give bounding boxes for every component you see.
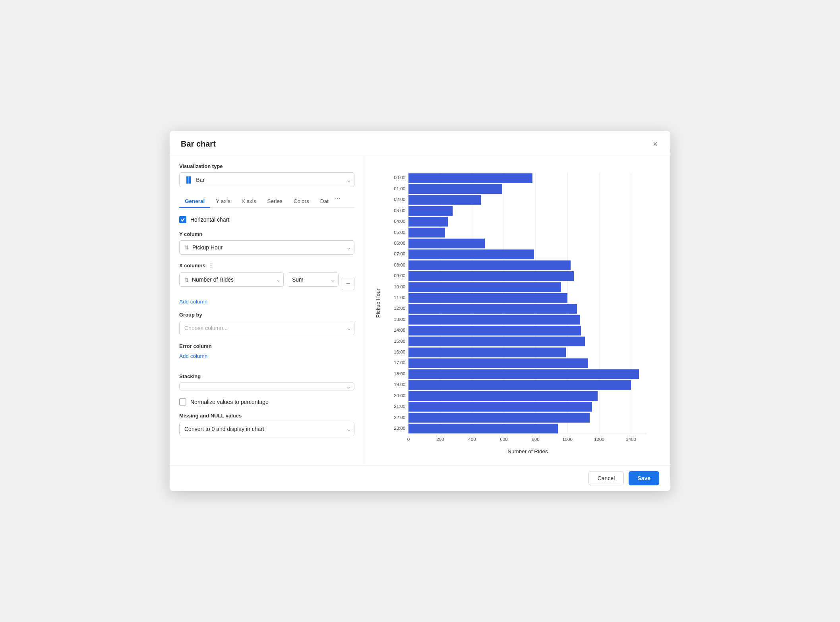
checkmark-icon — [180, 217, 185, 222]
tabs-row: General Y axis X axis Series Colors Dat … — [179, 195, 354, 208]
svg-text:13:00: 13:00 — [394, 317, 405, 322]
error-column-label: Error column — [179, 343, 354, 349]
svg-text:18:00: 18:00 — [394, 371, 405, 376]
save-button[interactable]: Save — [629, 471, 659, 485]
group-by-select[interactable]: Choose column... — [179, 321, 354, 335]
bar-chart-modal: Bar chart × Visualization type ▐▌ Bar ⌵ … — [170, 131, 670, 491]
svg-text:06:00: 06:00 — [394, 240, 405, 245]
svg-rect-20 — [408, 195, 481, 205]
svg-text:04:00: 04:00 — [394, 218, 405, 224]
svg-text:600: 600 — [500, 437, 507, 442]
viz-type-value: Bar — [196, 177, 205, 183]
group-by-label: Group by — [179, 312, 354, 318]
y-column-select[interactable]: ⇅ Pickup Hour — [179, 240, 354, 255]
svg-rect-34 — [408, 271, 574, 281]
svg-text:1200: 1200 — [594, 437, 604, 442]
svg-text:800: 800 — [532, 437, 539, 442]
left-panel: Visualization type ▐▌ Bar ⌵ General Y ax… — [170, 155, 364, 465]
bar-chart-icon: ▐▌ — [184, 176, 193, 183]
svg-text:10:00: 10:00 — [394, 284, 405, 289]
svg-rect-38 — [408, 293, 567, 303]
x-columns-header: X columns ⋮ — [179, 262, 354, 269]
svg-rect-24 — [408, 217, 448, 227]
right-panel: 020040060080010001200140000:0001:0002:00… — [364, 155, 670, 465]
tab-colors[interactable]: Colors — [288, 195, 315, 208]
tab-series[interactable]: Series — [262, 195, 288, 208]
missing-null-label: Missing and NULL values — [179, 413, 354, 419]
svg-text:20:00: 20:00 — [394, 393, 405, 398]
svg-rect-62 — [408, 424, 558, 434]
tab-dat[interactable]: Dat — [315, 195, 334, 208]
svg-text:Pickup Hour: Pickup Hour — [375, 288, 381, 318]
chart-area: 020040060080010001200140000:0001:0002:00… — [374, 165, 658, 457]
agg-select-wrapper: Sum ⌵ — [287, 272, 339, 287]
group-by-wrapper: Choose column... ⌵ — [179, 321, 354, 335]
viz-type-label: Visualization type — [179, 163, 354, 169]
svg-text:08:00: 08:00 — [394, 262, 405, 267]
svg-text:400: 400 — [468, 437, 476, 442]
missing-null-section: Missing and NULL values Convert to 0 and… — [179, 413, 354, 436]
x-columns-drag-icon[interactable]: ⋮ — [208, 262, 214, 269]
svg-text:1400: 1400 — [626, 437, 636, 442]
remove-x-column-button[interactable]: − — [342, 277, 354, 290]
svg-text:01:00: 01:00 — [394, 186, 405, 191]
svg-rect-42 — [408, 315, 580, 325]
tab-xaxis[interactable]: X axis — [236, 195, 262, 208]
horizontal-chart-checkbox[interactable] — [179, 216, 186, 223]
left-scroll: Visualization type ▐▌ Bar ⌵ General Y ax… — [170, 155, 364, 465]
svg-text:1000: 1000 — [562, 437, 573, 442]
x-column-icon: ⇅ — [184, 277, 189, 283]
modal-header: Bar chart × — [170, 131, 670, 155]
svg-rect-26 — [408, 228, 445, 238]
svg-text:22:00: 22:00 — [394, 415, 405, 420]
add-x-column-link[interactable]: Add column — [179, 299, 207, 305]
svg-text:200: 200 — [436, 437, 444, 442]
svg-text:00:00: 00:00 — [394, 175, 405, 180]
svg-rect-22 — [408, 206, 453, 216]
tab-general[interactable]: General — [179, 195, 210, 208]
cancel-button[interactable]: Cancel — [588, 471, 624, 485]
normalize-row: Normalize values to percentage — [179, 398, 354, 406]
svg-rect-54 — [408, 380, 631, 390]
x-column-row: ⇅ Number of Rides ⌵ Sum ⌵ − — [179, 272, 354, 295]
stacking-select-wrapper: ⌵ — [179, 382, 354, 390]
y-column-label: Y column — [179, 231, 354, 237]
svg-rect-36 — [408, 282, 561, 292]
svg-rect-56 — [408, 391, 598, 401]
svg-text:11:00: 11:00 — [394, 295, 405, 300]
svg-text:0: 0 — [407, 437, 410, 442]
missing-null-select[interactable]: Convert to 0 and display in chart — [179, 422, 354, 436]
tab-yaxis[interactable]: Y axis — [210, 195, 236, 208]
svg-text:07:00: 07:00 — [394, 251, 405, 257]
x-columns-label: X columns — [179, 263, 205, 269]
group-by-placeholder: Choose column... — [184, 325, 228, 331]
stacking-select[interactable] — [179, 382, 354, 390]
normalize-label: Normalize values to percentage — [190, 399, 269, 405]
svg-rect-40 — [408, 304, 577, 314]
horizontal-chart-label: Horizontal chart — [190, 216, 229, 223]
viz-type-select[interactable]: ▐▌ Bar — [179, 172, 354, 187]
missing-null-select-wrapper: Convert to 0 and display in chart ⌵ — [179, 422, 354, 436]
svg-text:09:00: 09:00 — [394, 273, 405, 278]
svg-rect-28 — [408, 239, 485, 249]
svg-text:19:00: 19:00 — [394, 382, 405, 387]
svg-rect-16 — [408, 174, 532, 184]
x-column-select[interactable]: ⇅ Number of Rides — [179, 272, 284, 287]
svg-text:05:00: 05:00 — [394, 230, 405, 235]
svg-rect-60 — [408, 413, 590, 423]
close-button[interactable]: × — [651, 138, 659, 149]
tabs-more-button[interactable]: ··· — [334, 195, 341, 207]
y-column-icon: ⇅ — [184, 244, 189, 251]
add-error-column-link[interactable]: Add column — [179, 353, 207, 359]
svg-rect-32 — [408, 261, 571, 270]
svg-text:17:00: 17:00 — [394, 360, 405, 365]
svg-rect-44 — [408, 326, 581, 336]
svg-text:03:00: 03:00 — [394, 208, 405, 213]
viz-type-select-wrapper: ▐▌ Bar ⌵ — [179, 172, 354, 187]
svg-text:12:00: 12:00 — [394, 306, 405, 311]
missing-null-value: Convert to 0 and display in chart — [184, 426, 264, 432]
agg-select[interactable]: Sum — [287, 272, 339, 287]
x-column-select-wrapper: ⇅ Number of Rides ⌵ — [179, 272, 284, 287]
y-column-wrapper: ⇅ Pickup Hour ⌵ — [179, 240, 354, 255]
normalize-checkbox[interactable] — [179, 398, 186, 406]
